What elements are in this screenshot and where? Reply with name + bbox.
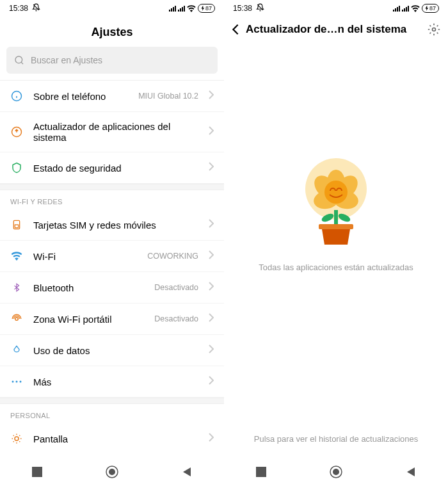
page-title: Actualizador de…n del sistema <box>246 23 421 36</box>
svg-rect-24 <box>334 210 338 226</box>
nav-back[interactable] <box>182 467 192 477</box>
item-label: Más <box>33 377 198 387</box>
chevron-right-icon <box>209 313 214 325</box>
chevron-right-icon <box>209 344 214 356</box>
item-bluetooth[interactable]: Bluetooth Desactivado <box>0 272 224 304</box>
phone-settings: 15:38 87 Ajustes Buscar en Ajustes Sobre… <box>0 0 224 486</box>
item-display[interactable]: Pantalla <box>0 423 224 454</box>
item-label: Uso de datos <box>33 345 198 356</box>
item-data-usage[interactable]: Uso de datos <box>0 335 224 366</box>
battery-icon: 87 <box>198 4 215 13</box>
chevron-right-icon <box>209 282 214 293</box>
shield-icon <box>10 161 23 174</box>
bluetooth-icon <box>10 281 23 294</box>
chevron-right-icon <box>209 126 214 138</box>
chevron-right-icon <box>209 162 214 174</box>
svg-rect-13 <box>32 467 42 477</box>
info-icon <box>10 90 23 102</box>
more-icon <box>10 375 23 388</box>
signal-icon-1 <box>169 6 176 12</box>
item-label: Estado de seguridad <box>33 163 198 174</box>
chevron-right-icon <box>209 250 214 262</box>
svg-point-23 <box>324 181 348 204</box>
item-value: Desactivado <box>154 283 198 292</box>
item-security-status[interactable]: Estado de seguridad <box>0 152 224 184</box>
nav-back[interactable] <box>406 467 416 477</box>
updater-content: Todas las aplicaciones están actualizada… <box>224 44 448 420</box>
chevron-right-icon <box>209 433 214 444</box>
item-label: Wi-Fi <box>33 251 137 262</box>
item-more[interactable]: Más <box>0 366 224 398</box>
wifi-settings-icon <box>10 250 23 263</box>
gear-icon[interactable] <box>428 23 440 36</box>
item-label: Tarjetas SIM y redes móviles <box>33 220 198 231</box>
nav-recent[interactable] <box>256 467 266 477</box>
svg-point-16 <box>433 28 436 31</box>
droplet-icon <box>10 344 23 357</box>
svg-point-0 <box>15 56 22 63</box>
svg-point-10 <box>16 381 18 383</box>
flower-illustration <box>294 154 378 250</box>
status-time: 15:38 <box>9 4 28 13</box>
dnd-icon <box>256 3 264 13</box>
nav-home[interactable] <box>330 466 342 478</box>
item-hotspot[interactable]: Zona Wi-Fi portátil Desactivado <box>0 304 224 335</box>
svg-rect-27 <box>319 224 353 229</box>
dnd-icon <box>32 3 40 13</box>
wifi-icon <box>187 5 196 12</box>
status-bar: 15:38 87 <box>0 0 224 17</box>
search-input[interactable]: Buscar en Ajustes <box>6 47 218 74</box>
updater-message: Todas las aplicaciones están actualizada… <box>259 263 413 272</box>
status-time: 15:38 <box>233 4 252 13</box>
battery-icon: 87 <box>422 4 439 13</box>
sun-icon <box>10 432 23 445</box>
svg-point-30 <box>333 469 339 475</box>
item-label: Bluetooth <box>33 282 144 293</box>
header: Actualizador de…n del sistema <box>224 17 448 44</box>
signal-icon-2 <box>178 6 185 12</box>
item-value: Desactivado <box>154 314 198 323</box>
sim-icon <box>10 218 23 231</box>
section-personal: PERSONAL <box>0 404 224 423</box>
signal-icon-1 <box>393 6 400 12</box>
nav-recent[interactable] <box>32 467 42 477</box>
item-value: COWORKING <box>147 252 198 261</box>
chevron-right-icon <box>209 219 214 231</box>
svg-rect-7 <box>15 225 18 228</box>
hotspot-icon <box>10 312 23 325</box>
nav-bar <box>0 458 224 486</box>
item-value: MIUI Global 10.2 <box>138 92 198 101</box>
item-label: Pantalla <box>33 433 198 444</box>
item-label: Actualizador de aplicaciones del sistema <box>33 121 198 143</box>
svg-point-15 <box>109 469 115 475</box>
nav-bar <box>224 458 448 486</box>
phone-updater: 15:38 87 Actualizador de…n del sistema <box>224 0 448 486</box>
svg-line-1 <box>21 62 23 64</box>
status-bar: 15:38 87 <box>224 0 448 17</box>
section-network: WI-FI Y REDES <box>0 190 224 209</box>
item-system-updater[interactable]: Actualizador de aplicaciones del sistema <box>0 112 224 152</box>
page-title: Ajustes <box>0 26 224 39</box>
search-placeholder: Buscar en Ajustes <box>31 55 102 65</box>
wifi-icon <box>411 5 420 12</box>
svg-point-9 <box>12 381 14 383</box>
chevron-right-icon <box>209 376 214 387</box>
svg-point-8 <box>15 318 19 321</box>
item-about-phone[interactable]: Sobre el teléfono MIUI Global 10.2 <box>0 81 224 112</box>
update-icon <box>10 126 23 138</box>
search-icon <box>14 55 24 65</box>
item-wifi[interactable]: Wi-Fi COWORKING <box>0 241 224 272</box>
nav-home[interactable] <box>106 466 118 478</box>
svg-point-12 <box>15 437 19 441</box>
signal-icon-2 <box>402 6 409 12</box>
back-icon[interactable] <box>232 24 239 35</box>
item-label: Sobre el teléfono <box>33 91 128 102</box>
item-label: Zona Wi-Fi portátil <box>33 314 144 325</box>
svg-point-11 <box>20 381 22 383</box>
item-sim[interactable]: Tarjetas SIM y redes móviles <box>0 209 224 241</box>
svg-rect-28 <box>256 467 266 477</box>
updater-footer[interactable]: Pulsa para ver el historial de actualiza… <box>224 420 448 458</box>
header: Ajustes <box>0 17 224 47</box>
chevron-right-icon <box>209 90 214 102</box>
